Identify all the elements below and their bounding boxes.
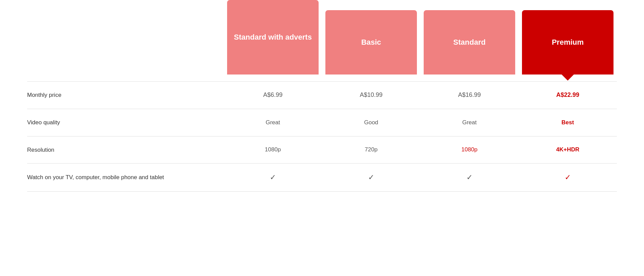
quality-standard: Great (420, 119, 519, 126)
check-premium: ✓ (519, 173, 617, 182)
price-premium: A$22.99 (519, 91, 617, 99)
row-label-monthly-price: Monthly price (27, 91, 224, 99)
check-standard-adverts: ✓ (224, 173, 322, 182)
row-watch-devices: Watch on your TV, computer, mobile phone… (27, 164, 617, 192)
row-label-resolution: Resolution (27, 146, 224, 154)
plan-header-standard-adverts[interactable]: Standard with adverts (227, 0, 319, 75)
plan-headers: Standard with adverts Basic Standard Pre… (27, 0, 617, 75)
check-standard: ✓ (420, 173, 519, 182)
row-video-quality: Video quality Great Good Great Best (27, 109, 617, 136)
plan-label-standard-adverts: Standard with adverts (234, 33, 312, 42)
quality-premium: Best (519, 119, 617, 126)
plan-header-premium[interactable]: Premium (522, 10, 613, 75)
pricing-rows: Monthly price A$6.99 A$10.99 A$16.99 A$2… (27, 75, 617, 192)
row-resolution: Resolution 1080p 720p 1080p 4K+HDR (27, 136, 617, 164)
plan-label-standard: Standard (453, 38, 485, 47)
plan-header-standard[interactable]: Standard (424, 10, 515, 75)
plan-label-basic: Basic (361, 38, 381, 47)
row-label-watch-devices: Watch on your TV, computer, mobile phone… (27, 173, 224, 182)
pricing-table: Standard with adverts Basic Standard Pre… (0, 0, 644, 276)
resolution-basic: 720p (322, 146, 420, 153)
plan-label-premium: Premium (552, 38, 584, 47)
quality-basic: Good (322, 119, 420, 126)
resolution-premium: 4K+HDR (519, 146, 617, 153)
resolution-standard: 1080p (420, 146, 519, 153)
resolution-standard-adverts: 1080p (224, 146, 322, 153)
check-basic: ✓ (322, 173, 420, 182)
row-monthly-price: Monthly price A$6.99 A$10.99 A$16.99 A$2… (27, 81, 617, 109)
price-standard-adverts: A$6.99 (224, 91, 322, 99)
plan-header-basic[interactable]: Basic (325, 10, 417, 75)
quality-standard-adverts: Great (224, 119, 322, 126)
price-basic: A$10.99 (322, 91, 420, 99)
price-standard: A$16.99 (420, 91, 519, 99)
row-label-video-quality: Video quality (27, 119, 224, 127)
